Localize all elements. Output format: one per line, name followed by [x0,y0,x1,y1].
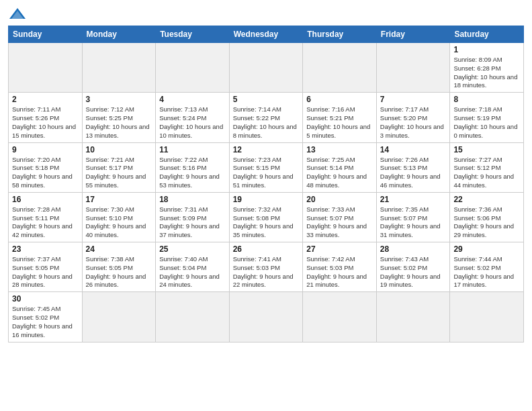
day-info: Sunrise: 7:35 AM Sunset: 5:07 PM Dayligh… [380,205,447,240]
day-info: Sunrise: 7:41 AM Sunset: 5:03 PM Dayligh… [233,255,300,289]
calendar-cell [376,43,450,93]
calendar-cell: 8Sunrise: 7:18 AM Sunset: 5:19 PM Daylig… [450,93,524,142]
day-info: Sunrise: 7:31 AM Sunset: 5:09 PM Dayligh… [159,205,226,240]
calendar-cell: 14Sunrise: 7:26 AM Sunset: 5:13 PM Dayli… [376,142,450,192]
day-info: Sunrise: 7:14 AM Sunset: 5:22 PM Dayligh… [233,105,300,140]
calendar-cell: 24Sunrise: 7:38 AM Sunset: 5:05 PM Dayli… [82,242,156,292]
day-number: 8 [453,95,520,104]
calendar-cell [156,43,230,93]
page-container: SundayMondayTuesdayWednesdayThursdayFrid… [0,0,532,348]
day-info: Sunrise: 7:18 AM Sunset: 5:19 PM Dayligh… [453,105,520,140]
day-number: 26 [233,244,300,254]
day-number: 6 [306,95,373,104]
calendar-cell [229,292,303,342]
weekday-header: Wednesday [229,26,303,43]
calendar-cell [82,43,156,93]
day-number: 30 [12,294,79,304]
calendar-week-row: 16Sunrise: 7:28 AM Sunset: 5:11 PM Dayli… [9,192,524,242]
calendar-cell: 3Sunrise: 7:12 AM Sunset: 5:25 PM Daylig… [82,93,156,142]
day-number: 17 [86,195,152,204]
calendar-cell: 20Sunrise: 7:33 AM Sunset: 5:07 PM Dayli… [303,192,377,242]
day-info: Sunrise: 7:33 AM Sunset: 5:07 PM Dayligh… [306,205,373,240]
calendar-cell: 13Sunrise: 7:25 AM Sunset: 5:14 PM Dayli… [303,142,377,192]
calendar-cell: 15Sunrise: 7:27 AM Sunset: 5:12 PM Dayli… [450,142,524,192]
weekday-header: Saturday [450,26,524,43]
day-number: 28 [380,244,447,254]
calendar-cell: 28Sunrise: 7:43 AM Sunset: 5:02 PM Dayli… [376,242,450,292]
day-number: 7 [380,95,447,104]
weekday-header: Sunday [9,26,83,43]
calendar-cell: 1Sunrise: 8:09 AM Sunset: 6:28 PM Daylig… [450,43,524,93]
logo-icon [8,7,27,21]
day-number: 22 [453,195,520,204]
calendar-cell: 11Sunrise: 7:22 AM Sunset: 5:16 PM Dayli… [156,142,230,192]
weekday-header-row: SundayMondayTuesdayWednesdayThursdayFrid… [9,26,524,43]
day-number: 21 [380,195,447,204]
day-number: 16 [12,195,79,204]
calendar-week-row: 1Sunrise: 8:09 AM Sunset: 6:28 PM Daylig… [9,43,524,93]
calendar-cell: 18Sunrise: 7:31 AM Sunset: 5:09 PM Dayli… [156,192,230,242]
weekday-header: Tuesday [156,26,230,43]
day-info: Sunrise: 8:09 AM Sunset: 6:28 PM Dayligh… [453,56,520,90]
calendar-cell [156,292,230,342]
day-number: 12 [233,145,300,154]
calendar-cell: 19Sunrise: 7:32 AM Sunset: 5:08 PM Dayli… [229,192,303,242]
calendar-cell [450,292,524,342]
day-info: Sunrise: 7:23 AM Sunset: 5:15 PM Dayligh… [233,156,300,190]
calendar-cell: 10Sunrise: 7:21 AM Sunset: 5:17 PM Dayli… [82,142,156,192]
calendar-cell: 4Sunrise: 7:13 AM Sunset: 5:24 PM Daylig… [156,93,230,142]
day-info: Sunrise: 7:37 AM Sunset: 5:05 PM Dayligh… [12,255,79,289]
day-number: 5 [233,95,300,104]
day-number: 14 [380,145,447,154]
weekday-header: Thursday [303,26,377,43]
calendar-cell: 6Sunrise: 7:16 AM Sunset: 5:21 PM Daylig… [303,93,377,142]
day-number: 18 [159,195,226,204]
day-info: Sunrise: 7:28 AM Sunset: 5:11 PM Dayligh… [12,205,79,240]
day-info: Sunrise: 7:13 AM Sunset: 5:24 PM Dayligh… [159,105,226,140]
day-info: Sunrise: 7:12 AM Sunset: 5:25 PM Dayligh… [86,105,152,140]
weekday-header: Friday [376,26,450,43]
calendar-cell [229,43,303,93]
day-info: Sunrise: 7:45 AM Sunset: 5:02 PM Dayligh… [12,305,79,339]
calendar-cell: 7Sunrise: 7:17 AM Sunset: 5:20 PM Daylig… [376,93,450,142]
day-info: Sunrise: 7:43 AM Sunset: 5:02 PM Dayligh… [380,255,447,289]
calendar-cell: 30Sunrise: 7:45 AM Sunset: 5:02 PM Dayli… [9,292,83,342]
day-info: Sunrise: 7:38 AM Sunset: 5:05 PM Dayligh… [86,255,152,289]
day-number: 19 [233,195,300,204]
calendar-cell [376,292,450,342]
day-info: Sunrise: 7:32 AM Sunset: 5:08 PM Dayligh… [233,205,300,240]
day-number: 23 [12,244,79,254]
day-info: Sunrise: 7:16 AM Sunset: 5:21 PM Dayligh… [306,105,373,140]
day-info: Sunrise: 7:36 AM Sunset: 5:06 PM Dayligh… [453,205,520,240]
day-number: 4 [159,95,226,104]
weekday-header: Monday [82,26,156,43]
day-info: Sunrise: 7:44 AM Sunset: 5:02 PM Dayligh… [453,255,520,289]
day-info: Sunrise: 7:20 AM Sunset: 5:18 PM Dayligh… [12,156,79,190]
calendar-cell: 2Sunrise: 7:11 AM Sunset: 5:26 PM Daylig… [9,93,83,142]
calendar-cell: 25Sunrise: 7:40 AM Sunset: 5:04 PM Dayli… [156,242,230,292]
day-number: 20 [306,195,373,204]
calendar-week-row: 2Sunrise: 7:11 AM Sunset: 5:26 PM Daylig… [9,93,524,142]
day-info: Sunrise: 7:11 AM Sunset: 5:26 PM Dayligh… [12,105,79,140]
calendar-cell: 16Sunrise: 7:28 AM Sunset: 5:11 PM Dayli… [9,192,83,242]
day-info: Sunrise: 7:22 AM Sunset: 5:16 PM Dayligh… [159,156,226,190]
calendar-cell: 5Sunrise: 7:14 AM Sunset: 5:22 PM Daylig… [229,93,303,142]
calendar-cell: 27Sunrise: 7:42 AM Sunset: 5:03 PM Dayli… [303,242,377,292]
day-number: 15 [453,145,520,154]
calendar-cell: 21Sunrise: 7:35 AM Sunset: 5:07 PM Dayli… [376,192,450,242]
day-info: Sunrise: 7:21 AM Sunset: 5:17 PM Dayligh… [86,156,152,190]
calendar-week-row: 23Sunrise: 7:37 AM Sunset: 5:05 PM Dayli… [9,242,524,292]
day-number: 27 [306,244,373,254]
day-info: Sunrise: 7:40 AM Sunset: 5:04 PM Dayligh… [159,255,226,289]
day-number: 25 [159,244,226,254]
day-info: Sunrise: 7:17 AM Sunset: 5:20 PM Dayligh… [380,105,447,140]
calendar-cell: 9Sunrise: 7:20 AM Sunset: 5:18 PM Daylig… [9,142,83,192]
day-number: 2 [12,95,79,104]
day-info: Sunrise: 7:27 AM Sunset: 5:12 PM Dayligh… [453,156,520,190]
calendar-week-row: 9Sunrise: 7:20 AM Sunset: 5:18 PM Daylig… [9,142,524,192]
day-number: 10 [86,145,152,154]
day-number: 9 [12,145,79,154]
calendar: SundayMondayTuesdayWednesdayThursdayFrid… [8,26,524,342]
calendar-cell [9,43,83,93]
day-info: Sunrise: 7:25 AM Sunset: 5:14 PM Dayligh… [306,156,373,190]
